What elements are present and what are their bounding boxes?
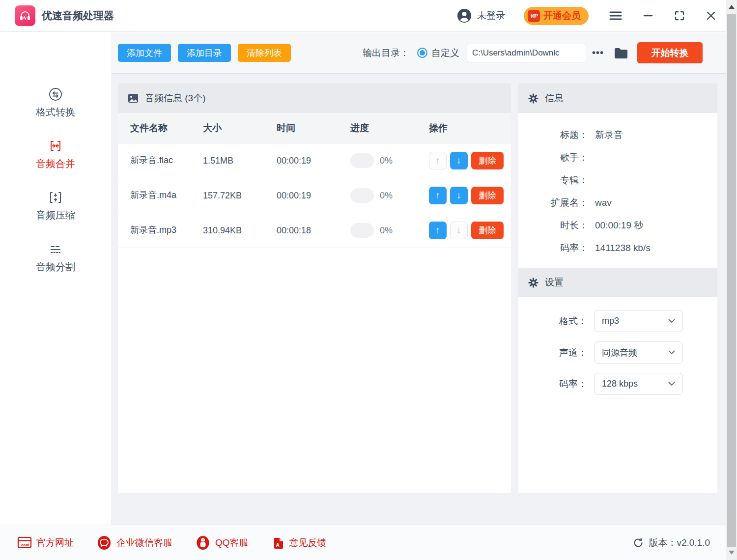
progress-bar	[350, 153, 374, 168]
format-label: 格式：	[518, 315, 587, 328]
scroll-up-arrow-icon[interactable]	[729, 5, 735, 9]
table-row: 新录音.mp3 310.94KB 00:00:18 0% ↑ ↓ 删除	[118, 213, 511, 248]
sidebar-item-audio-compress[interactable]: 音频压缩	[36, 190, 75, 222]
footer-link-label: QQ客服	[215, 536, 249, 549]
custom-radio[interactable]	[417, 48, 427, 58]
move-down-button: ↓	[450, 222, 468, 239]
headphones-icon	[18, 9, 32, 23]
info-value: 新录音	[595, 129, 623, 141]
open-folder-icon[interactable]	[614, 47, 628, 59]
gear-icon	[528, 277, 539, 288]
output-path-input[interactable]	[467, 44, 586, 62]
scroll-down-arrow-icon[interactable]	[729, 551, 735, 555]
vip-button-label: 开通会员	[543, 9, 581, 22]
main-content: 音频信息 (3个) 文件名称 大小 时间 进度 操作 新录音.flac 1.51…	[111, 74, 726, 525]
login-area[interactable]: 未登录	[456, 8, 505, 24]
audio-compress-icon	[48, 190, 63, 205]
audio-split-icon	[48, 241, 63, 257]
info-label: 歌手：	[518, 151, 588, 164]
col-actions: 操作	[429, 122, 511, 135]
table-row: 新录音.m4a 157.72KB 00:00:19 0% ↑ ↓ 删除	[118, 178, 511, 213]
start-convert-button[interactable]: 开始转换	[637, 42, 703, 63]
format-convert-icon	[48, 86, 63, 102]
menu-icon[interactable]	[609, 11, 622, 21]
delete-button[interactable]: 删除	[471, 152, 504, 169]
file-size: 1.51MB	[203, 156, 277, 166]
settings-body: 格式： mp3 声道： 同源音频 码率：	[518, 297, 717, 395]
qq-icon	[195, 535, 211, 551]
settings-header: 设置	[518, 268, 717, 297]
login-status[interactable]: 未登录	[477, 9, 505, 22]
progress-bar	[350, 223, 374, 238]
file-name: 新录音.flac	[130, 149, 185, 172]
bitrate-select[interactable]: 128 kbps	[594, 373, 683, 395]
feedback-link[interactable]: A 意见反馈	[271, 535, 327, 550]
file-name: 新录音.m4a	[130, 184, 185, 207]
vip-button[interactable]: VIP 开通会员	[524, 7, 589, 25]
info-value: wav	[595, 197, 612, 208]
move-down-button[interactable]: ↓	[450, 152, 468, 169]
minimize-icon[interactable]	[643, 10, 653, 21]
sidebar-item-audio-split[interactable]: 音频分割	[36, 241, 75, 274]
move-up-button[interactable]: ↑	[429, 187, 447, 204]
progress-bar	[350, 188, 374, 203]
maximize-icon[interactable]	[674, 10, 685, 21]
title-bar: 优速音频处理器 未登录 VIP 开通会员	[0, 0, 726, 32]
footer-link-label: 企业微信客服	[116, 536, 172, 549]
add-directory-button[interactable]: 添加目录	[178, 44, 231, 62]
sidebar-item-label: 格式转换	[36, 106, 75, 119]
scrollbar-thumb[interactable]	[727, 14, 736, 547]
bitrate-value: 128 kbps	[602, 379, 638, 389]
gear-icon	[528, 93, 539, 104]
image-icon	[127, 92, 139, 104]
info-body: 标题：新录音 歌手： 专辑： 扩展名：wav 时长：00:00:19 秒 码率：…	[518, 113, 717, 268]
sidebar-item-audio-merge[interactable]: 音频合并	[36, 138, 75, 170]
file-size: 310.94KB	[203, 225, 277, 236]
info-title: 信息	[545, 92, 564, 105]
close-icon[interactable]	[706, 10, 716, 21]
chevron-down-icon	[668, 350, 675, 355]
audio-merge-icon	[48, 138, 63, 154]
audio-list-panel: 音频信息 (3个) 文件名称 大小 时间 进度 操作 新录音.flac 1.51…	[118, 84, 511, 493]
move-down-button[interactable]: ↓	[450, 187, 468, 204]
delete-button[interactable]: 删除	[471, 222, 504, 239]
audio-list-title: 音频信息 (3个)	[145, 92, 206, 105]
col-size: 大小	[203, 122, 277, 135]
info-value: 00:00:19 秒	[595, 219, 643, 232]
file-name: 新录音.mp3	[130, 219, 185, 242]
file-duration: 00:00:19	[277, 191, 350, 201]
wechat-icon	[96, 535, 112, 551]
scrollbar[interactable]	[726, 0, 737, 560]
sidebar-item-format-convert[interactable]: 格式转换	[36, 86, 75, 119]
output-dir-label: 输出目录：	[363, 47, 409, 59]
footer-link-label: 官方网址	[36, 536, 74, 549]
wechat-support-link[interactable]: 企业微信客服	[96, 535, 172, 551]
qq-support-link[interactable]: QQ客服	[195, 535, 249, 551]
sidebar-item-label: 音频压缩	[36, 209, 75, 222]
bitrate-label: 码率：	[518, 378, 587, 391]
website-icon: .com	[17, 536, 32, 549]
add-file-button[interactable]: 添加文件	[118, 44, 171, 62]
audio-list-header: 音频信息 (3个)	[118, 84, 511, 113]
custom-radio-label: 自定义	[431, 47, 459, 59]
format-select[interactable]: mp3	[594, 310, 683, 332]
info-label: 扩展名：	[518, 196, 588, 209]
refresh-icon[interactable]	[632, 537, 644, 549]
chevron-down-icon	[668, 319, 675, 323]
svg-text:A: A	[276, 542, 279, 548]
delete-button[interactable]: 删除	[471, 187, 504, 204]
channel-select[interactable]: 同源音频	[594, 341, 683, 364]
vip-icon: VIP	[528, 10, 540, 22]
move-up-button[interactable]: ↑	[429, 222, 447, 239]
format-value: mp3	[602, 316, 619, 326]
user-avatar-icon[interactable]	[456, 8, 472, 24]
browse-more-icon[interactable]: •••	[592, 47, 604, 58]
table-header-row: 文件名称 大小 时间 进度 操作	[118, 113, 511, 143]
file-size: 157.72KB	[203, 191, 277, 201]
app-title: 优速音频处理器	[42, 9, 114, 23]
sidebar-item-label: 音频分割	[36, 260, 75, 274]
footer-link-label: 意见反馈	[289, 536, 327, 549]
official-site-link[interactable]: .com 官方网址	[17, 536, 74, 549]
clear-list-button[interactable]: 清除列表	[238, 44, 291, 62]
progress-value: 0%	[380, 225, 393, 236]
